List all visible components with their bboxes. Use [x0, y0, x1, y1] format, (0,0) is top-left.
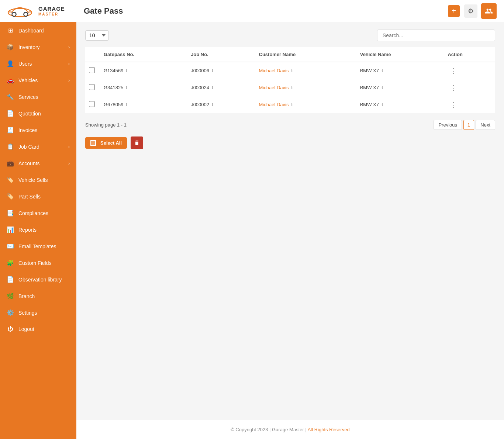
col-action: Action	[444, 47, 495, 62]
inventory-icon: 📦	[7, 44, 14, 51]
row-checkbox-cell	[85, 62, 100, 79]
accounts-label: Accounts	[18, 160, 40, 166]
vehicles-icon: 🚗	[7, 77, 14, 84]
table-row: G134569 ℹ J000006 ℹ Michael Davis ℹ BMW …	[85, 62, 495, 79]
col-vehicle-name: Vehicle Name	[356, 47, 444, 62]
table-header-row: Gatepass No. Job No. Customer Name Vehic…	[85, 47, 495, 62]
row-checkbox[interactable]	[89, 67, 95, 73]
vehicles-arrow-icon: ›	[68, 78, 70, 83]
sidebar-item-branch[interactable]: 🌿 Branch	[0, 288, 76, 304]
row-job-no: J000002 ℹ	[187, 96, 255, 113]
sidebar: GARAGE MASTER ⊞ Dashboard 📦 Inventory › …	[0, 0, 76, 439]
sidebar-item-users[interactable]: 👤 Users ›	[0, 55, 76, 72]
email-templates-icon: ✉️	[7, 243, 14, 250]
job-card-label: Job Card	[18, 144, 39, 150]
sidebar-item-vehicle-sells[interactable]: 🏷️ Vehicle Sells	[0, 172, 76, 188]
customer-name-link[interactable]: Michael Davis	[259, 85, 289, 90]
customer-name-link[interactable]: Michael Davis	[259, 102, 289, 107]
sidebar-item-reports[interactable]: 📊 Reports	[0, 221, 76, 238]
row-vehicle-name: BMW X7 ℹ	[356, 79, 444, 96]
sidebar-item-services[interactable]: 🔧 Services	[0, 89, 76, 105]
row-action-cell: ⋮	[444, 79, 495, 96]
user-profile-button[interactable]	[481, 3, 497, 19]
accounts-icon: 💼	[7, 160, 14, 167]
compliances-label: Compliances	[18, 210, 48, 216]
sidebar-item-vehicles[interactable]: 🚗 Vehicles ›	[0, 72, 76, 89]
showing-text: Showing page 1 - 1	[85, 122, 127, 128]
settings-icon-button[interactable]: ⚙	[464, 4, 477, 18]
search-input[interactable]	[377, 30, 495, 41]
pagination-row: Showing page 1 - 1 Previous 1 Next	[85, 120, 495, 130]
logo-subtitle: MASTER	[38, 12, 65, 16]
table-row: G341825 ℹ J000024 ℹ Michael Davis ℹ BMW …	[85, 79, 495, 96]
email-templates-label: Email Templates	[18, 243, 56, 249]
sidebar-item-accounts[interactable]: 💼 Accounts ›	[0, 155, 76, 172]
sidebar-item-job-card[interactable]: 📋 Job Card ›	[0, 138, 76, 155]
logo-text: GARAGE MASTER	[38, 6, 65, 16]
sidebar-item-part-sells[interactable]: 🏷️ Part Sells	[0, 188, 76, 205]
part-sells-label: Part Sells	[18, 194, 41, 200]
sidebar-item-email-templates[interactable]: ✉️ Email Templates	[0, 238, 76, 255]
row-customer-name[interactable]: Michael Davis ℹ	[255, 79, 356, 96]
sidebar-item-quotation[interactable]: 📄 Quotation	[0, 105, 76, 122]
invoices-label: Invoices	[18, 127, 37, 133]
previous-page-button[interactable]: Previous	[434, 120, 462, 130]
sidebar-item-compliances[interactable]: 📑 Compliances	[0, 205, 76, 221]
job-info-icon: ℹ	[212, 86, 213, 90]
branch-label: Branch	[18, 293, 35, 299]
row-checkbox-cell	[85, 96, 100, 113]
row-action-menu-button[interactable]: ⋮	[448, 66, 460, 75]
sidebar-item-logout[interactable]: ⏻ Logout	[0, 321, 76, 337]
reports-icon: 📊	[7, 226, 14, 233]
footer: © Copyright 2023 | Garage Master | All R…	[76, 420, 504, 439]
invoices-icon: 🧾	[7, 127, 14, 134]
customer-info-icon: ℹ	[291, 86, 293, 90]
reports-label: Reports	[18, 227, 37, 233]
sidebar-item-dashboard[interactable]: ⊞ Dashboard	[0, 22, 76, 39]
inventory-label: Inventory	[18, 44, 40, 50]
sidebar-item-custom-fields[interactable]: 🧩 Custom Fields	[0, 255, 76, 271]
sidebar-item-inventory[interactable]: 📦 Inventory ›	[0, 39, 76, 55]
add-gatepass-button[interactable]: +	[448, 5, 460, 17]
row-action-menu-button[interactable]: ⋮	[448, 100, 460, 109]
col-job-no: Job No.	[187, 47, 255, 62]
table-row: G678059 ℹ J000002 ℹ Michael Davis ℹ BMW …	[85, 96, 495, 113]
settings-label: Settings	[18, 310, 37, 316]
per-page-select[interactable]: 102550100	[85, 30, 109, 41]
quotation-icon: 📄	[7, 110, 14, 117]
controls-row: 102550100	[85, 30, 495, 41]
row-vehicle-name: BMW X7 ℹ	[356, 62, 444, 79]
select-all-button[interactable]: Select All	[85, 137, 127, 149]
delete-button[interactable]	[131, 136, 143, 149]
sidebar-item-observation-library[interactable]: 📄 Observation library	[0, 271, 76, 288]
logout-label: Logout	[18, 326, 34, 332]
part-sells-icon: 🏷️	[7, 193, 14, 200]
main-content: Gate Pass + ⚙ 102550100 Gatepass No.	[76, 0, 504, 439]
sidebar-item-invoices[interactable]: 🧾 Invoices	[0, 122, 76, 138]
services-icon: 🔧	[7, 93, 14, 100]
row-gatepass-no: G678059 ℹ	[100, 96, 187, 113]
users-icon: 👤	[7, 60, 14, 67]
sidebar-item-settings[interactable]: ⚙️ Settings	[0, 304, 76, 321]
row-checkbox[interactable]	[89, 101, 95, 107]
logout-icon: ⏻	[7, 326, 14, 332]
customer-name-link[interactable]: Michael Davis	[259, 68, 289, 73]
job-card-arrow-icon: ›	[68, 144, 70, 149]
custom-fields-label: Custom Fields	[18, 260, 51, 266]
topbar-right: ⚙	[464, 3, 497, 19]
row-job-no: J000024 ℹ	[187, 79, 255, 96]
row-job-no: J000006 ℹ	[187, 62, 255, 79]
topbar: Gate Pass + ⚙	[76, 0, 504, 22]
col-checkbox	[85, 47, 100, 62]
row-action-menu-button[interactable]: ⋮	[448, 83, 460, 92]
row-checkbox[interactable]	[89, 84, 95, 90]
row-customer-name[interactable]: Michael Davis ℹ	[255, 62, 356, 79]
trash-icon	[134, 140, 140, 146]
logo-car-icon	[5, 4, 35, 18]
gatepass-info-icon: ℹ	[126, 103, 127, 107]
bottom-actions: Select All	[85, 136, 495, 149]
row-customer-name[interactable]: Michael Davis ℹ	[255, 96, 356, 113]
gatepass-table: Gatepass No. Job No. Customer Name Vehic…	[85, 47, 495, 113]
next-page-button[interactable]: Next	[476, 120, 495, 130]
job-card-icon: 📋	[7, 143, 14, 150]
